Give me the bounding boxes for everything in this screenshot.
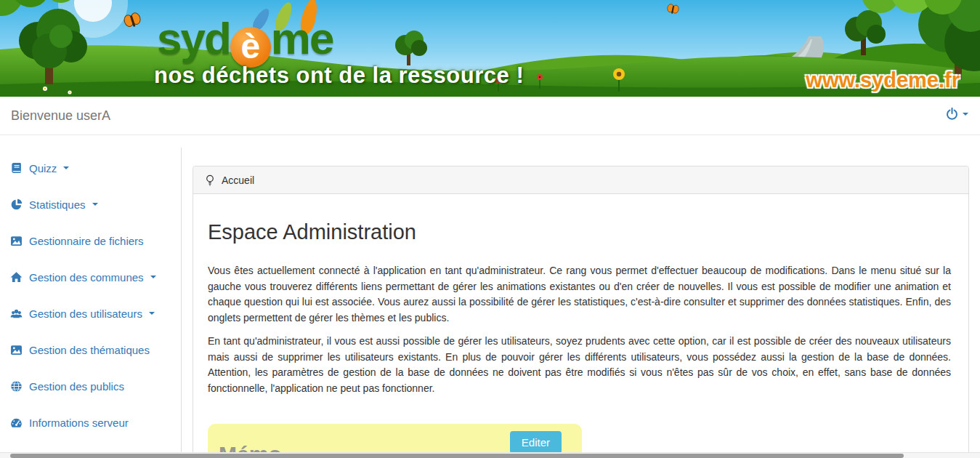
intro-paragraph-2: En tant qu'administrateur, il vous est a… <box>208 334 951 396</box>
globe-icon <box>10 380 23 393</box>
logo-orange-ball: è <box>230 27 271 68</box>
sidebar-item-label: Informations serveur <box>29 417 129 429</box>
chevron-down-icon <box>149 312 155 315</box>
sidebar-item-label: Gestion des utilisateurs <box>29 308 142 320</box>
admin-sidebar: Quizz Statistiques Gestionnaire de fichi… <box>0 148 182 458</box>
sidebar-item-gestion-thematiques[interactable]: Gestion des thématiques <box>0 332 181 368</box>
sidebar-item-gestion-communes[interactable]: Gestion des communes <box>0 259 181 295</box>
sidebar-item-label: Statistiques <box>29 198 86 211</box>
edit-button[interactable]: Editer <box>510 431 562 454</box>
chevron-down-icon <box>63 166 69 169</box>
sidebar-item-label: Gestionnaire de fichiers <box>29 235 144 247</box>
sidebar-item-label: Gestion des thématiques <box>29 344 150 356</box>
horizontal-scrollbar-track[interactable] <box>0 452 980 458</box>
sidebar-item-informations-serveur[interactable]: Informations serveur <box>0 404 181 441</box>
sidebar-item-gestion-publics[interactable]: Gestion des publics <box>0 368 181 404</box>
users-icon <box>10 308 23 320</box>
page: sydème nos déchets ont de la ressource !… <box>0 0 980 458</box>
banner-website-url: www.sydeme.fr <box>806 68 960 92</box>
page-title: Espace Administration <box>208 220 951 244</box>
power-icon <box>946 108 958 120</box>
welcome-message: Bienvenue userA <box>11 97 110 135</box>
logo-text-start: syd <box>157 13 230 63</box>
chevron-down-icon <box>150 276 156 278</box>
sidebar-item-label: Gestion des communes <box>29 271 144 284</box>
image-icon <box>10 235 23 247</box>
chevron-down-icon <box>92 203 98 206</box>
dashboard-icon <box>10 417 23 429</box>
top-navbar: Bienvenue userA <box>0 97 980 135</box>
horizontal-scrollbar-thumb[interactable] <box>10 454 904 458</box>
home-icon <box>10 271 23 284</box>
image-icon <box>10 344 23 356</box>
logout-dropdown[interactable] <box>946 108 968 120</box>
intro-paragraph-1: Vous êtes actuellement connecté à l'appl… <box>208 263 951 326</box>
sidebar-item-label: Quizz <box>29 162 57 174</box>
banner-tagline: nos déchets ont de la ressource ! <box>154 63 524 89</box>
sidebar-item-quizz[interactable]: Quizz <box>0 150 181 186</box>
main-panel: Accueil Espace Administration Vous êtes … <box>193 166 969 458</box>
lightbulb-icon <box>205 174 215 186</box>
sydeme-banner: sydème nos déchets ont de la ressource !… <box>0 0 980 97</box>
breadcrumb-label: Accueil <box>222 174 254 186</box>
logo-text-end: me <box>271 13 333 63</box>
book-icon <box>10 162 23 174</box>
sidebar-item-statistiques[interactable]: Statistiques <box>0 186 181 222</box>
chevron-down-icon <box>963 113 968 116</box>
top-right-foliage <box>862 0 962 15</box>
pie-chart-icon <box>10 198 23 211</box>
sidebar-item-gestionnaire-fichiers[interactable]: Gestionnaire de fichiers <box>0 222 181 259</box>
sidebar-item-gestion-utilisateurs[interactable]: Gestion des utilisateurs <box>0 295 181 332</box>
breadcrumb: Accueil <box>193 166 968 194</box>
sydeme-logo: sydème <box>157 16 333 68</box>
sidebar-item-label: Gestion des publics <box>29 380 124 393</box>
panel-body: Espace Administration Vous êtes actuelle… <box>193 194 968 458</box>
